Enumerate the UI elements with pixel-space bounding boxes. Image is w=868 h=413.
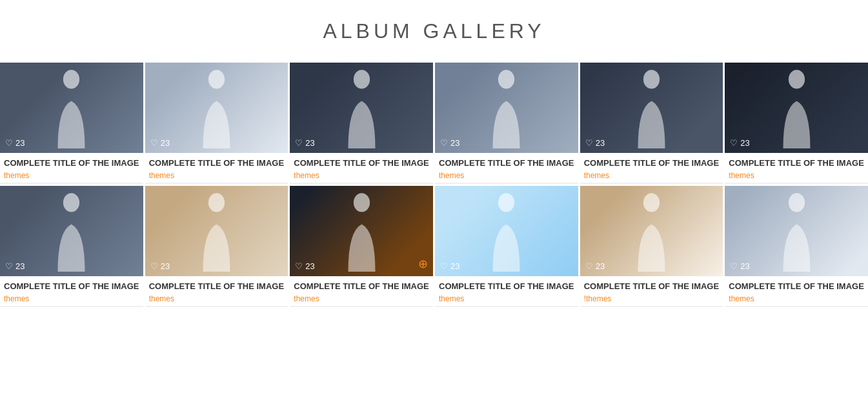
like-badge[interactable]: ♡23 <box>150 261 170 271</box>
heart-icon: ♡ <box>150 261 158 271</box>
heart-icon: ♡ <box>5 138 13 148</box>
figure-silhouette <box>319 67 405 148</box>
svg-point-11 <box>789 193 805 212</box>
like-count: 23 <box>450 138 459 148</box>
page-title: ALBUM GALLERY <box>0 19 868 43</box>
gallery-item[interactable]: ♡23COMPLETE TITLE OF THE IMAGEthemes <box>0 63 145 184</box>
item-info: COMPLETE TITLE OF THE IMAGEthemes <box>290 276 433 307</box>
gallery-item[interactable]: ♡23COMPLETE TITLE OF THE IMAGEthemes <box>435 63 580 184</box>
like-badge[interactable]: ♡23 <box>295 261 314 271</box>
like-count: 23 <box>15 261 25 271</box>
figure-silhouette <box>28 190 114 272</box>
gallery-item[interactable]: ♡23COMPLETE TITLE OF THE IMAGEthemes <box>580 63 725 184</box>
figure-silhouette <box>174 190 259 272</box>
item-info: COMPLETE TITLE OF THE IMAGEthemes <box>145 153 288 184</box>
item-info: COMPLETE TITLE OF THE IMAGEthemes <box>290 153 433 184</box>
svg-point-1 <box>208 70 225 88</box>
item-title: COMPLETE TITLE OF THE IMAGE <box>4 281 139 292</box>
heart-icon: ♡ <box>585 261 593 271</box>
item-tag[interactable]: themes <box>149 294 285 303</box>
image-wrapper: ⊕ ♡23 <box>290 186 433 276</box>
item-title: COMPLETE TITLE OF THE IMAGE <box>584 281 720 292</box>
svg-point-7 <box>208 193 225 212</box>
image-wrapper: ♡23 <box>725 63 868 153</box>
item-tag[interactable]: themes <box>439 294 574 303</box>
image-wrapper: ♡23 <box>145 186 288 276</box>
svg-point-5 <box>789 70 805 88</box>
heart-icon: ♡ <box>730 261 738 271</box>
heart-icon: ♡ <box>295 138 303 148</box>
item-title: COMPLETE TITLE OF THE IMAGE <box>584 158 720 169</box>
svg-point-10 <box>643 193 660 212</box>
item-info: COMPLETE TITLE OF THE IMAGEthemes <box>435 276 578 307</box>
item-info: COMPLETE TITLE OF THE IMAGEthemes <box>435 153 578 184</box>
gallery-item[interactable]: ⊕ ♡23COMPLETE TITLE OF THE IMAGEthemes <box>290 186 435 307</box>
svg-point-8 <box>354 193 370 212</box>
svg-point-0 <box>63 70 79 88</box>
like-badge[interactable]: ♡23 <box>440 261 459 271</box>
svg-point-3 <box>498 70 514 88</box>
item-tag[interactable]: themes <box>439 171 574 180</box>
heart-icon: ♡ <box>585 138 593 148</box>
like-badge[interactable]: ♡23 <box>730 138 749 148</box>
item-tag[interactable]: themes <box>294 171 429 180</box>
item-tag[interactable]: themes <box>4 171 139 180</box>
item-tag[interactable]: themes <box>4 294 139 303</box>
like-count: 23 <box>740 261 749 271</box>
item-info: COMPLETE TITLE OF THE IMAGEthemes <box>0 276 143 307</box>
like-badge[interactable]: ♡23 <box>730 261 749 271</box>
page-header: ALBUM GALLERY <box>0 0 868 56</box>
svg-point-2 <box>354 70 370 88</box>
svg-point-4 <box>643 70 660 88</box>
gallery-item[interactable]: ♡23COMPLETE TITLE OF THE IMAGEthemes <box>145 63 290 184</box>
item-info: COMPLETE TITLE OF THE IMAGE!themes <box>580 276 723 307</box>
zoom-icon[interactable]: ⊕ <box>418 257 428 271</box>
gallery-item[interactable]: ♡23COMPLETE TITLE OF THE IMAGEthemes <box>435 186 580 307</box>
item-tag[interactable]: !themes <box>584 294 720 303</box>
item-info: COMPLETE TITLE OF THE IMAGEthemes <box>145 276 288 307</box>
like-badge[interactable]: ♡23 <box>150 138 170 148</box>
figure-silhouette <box>609 67 694 148</box>
item-title: COMPLETE TITLE OF THE IMAGE <box>4 158 139 169</box>
gallery-item[interactable]: ♡23COMPLETE TITLE OF THE IMAGEthemes <box>145 186 290 307</box>
heart-icon: ♡ <box>440 261 448 271</box>
figure-silhouette <box>463 67 549 148</box>
image-wrapper: ♡23 <box>580 186 723 276</box>
item-tag[interactable]: themes <box>729 171 864 180</box>
gallery-row-2: ♡23COMPLETE TITLE OF THE IMAGEthemes ♡23… <box>0 186 868 307</box>
item-info: COMPLETE TITLE OF THE IMAGEthemes <box>725 276 868 307</box>
item-tag[interactable]: themes <box>149 171 285 180</box>
like-badge[interactable]: ♡23 <box>440 138 459 148</box>
like-count: 23 <box>161 138 170 148</box>
item-info: COMPLETE TITLE OF THE IMAGEthemes <box>725 153 868 184</box>
image-wrapper: ♡23 <box>725 186 868 276</box>
gallery-item[interactable]: ♡23COMPLETE TITLE OF THE IMAGE!themes <box>580 186 725 307</box>
svg-point-6 <box>63 193 79 212</box>
item-title: COMPLETE TITLE OF THE IMAGE <box>294 281 429 292</box>
like-count: 23 <box>596 261 605 271</box>
item-tag[interactable]: themes <box>294 294 429 303</box>
gallery-item[interactable]: ♡23COMPLETE TITLE OF THE IMAGEthemes <box>725 63 868 184</box>
like-badge[interactable]: ♡23 <box>585 138 605 148</box>
item-title: COMPLETE TITLE OF THE IMAGE <box>729 158 864 169</box>
heart-icon: ♡ <box>440 138 448 148</box>
gallery-container: ♡23COMPLETE TITLE OF THE IMAGEthemes ♡23… <box>0 56 868 314</box>
like-badge[interactable]: ♡23 <box>5 138 25 148</box>
like-count: 23 <box>596 138 605 148</box>
item-info: COMPLETE TITLE OF THE IMAGEthemes <box>0 153 143 184</box>
like-badge[interactable]: ♡23 <box>295 138 314 148</box>
like-count: 23 <box>161 261 170 271</box>
like-badge[interactable]: ♡23 <box>585 261 605 271</box>
item-tag[interactable]: themes <box>584 171 720 180</box>
gallery-item[interactable]: ♡23COMPLETE TITLE OF THE IMAGEthemes <box>725 186 868 307</box>
gallery-item[interactable]: ♡23COMPLETE TITLE OF THE IMAGEthemes <box>290 63 435 184</box>
item-tag[interactable]: themes <box>729 294 864 303</box>
gallery-item[interactable]: ♡23COMPLETE TITLE OF THE IMAGEthemes <box>0 186 145 307</box>
like-count: 23 <box>305 138 314 148</box>
figure-silhouette <box>609 190 694 272</box>
item-title: COMPLETE TITLE OF THE IMAGE <box>729 281 864 292</box>
figure-silhouette <box>174 67 259 148</box>
like-badge[interactable]: ♡23 <box>5 261 25 271</box>
like-count: 23 <box>15 138 25 148</box>
item-title: COMPLETE TITLE OF THE IMAGE <box>439 158 574 169</box>
